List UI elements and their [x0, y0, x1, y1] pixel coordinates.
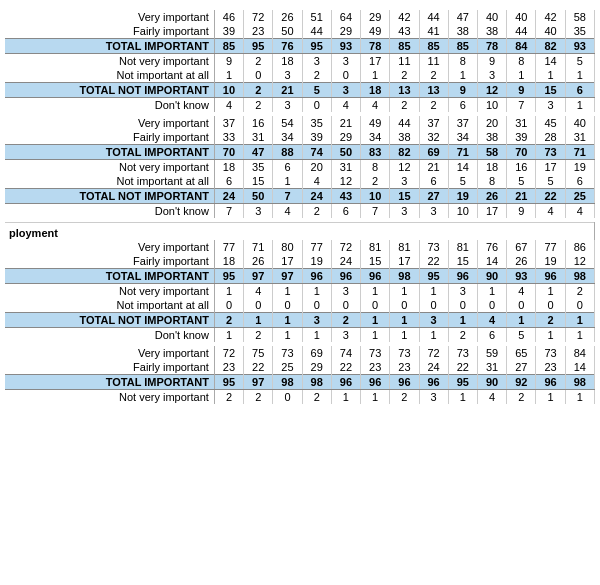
- table-cell: 73: [390, 346, 419, 360]
- table-cell: 23: [536, 360, 565, 375]
- table-cell: 23: [390, 360, 419, 375]
- table-cell: 0: [273, 298, 302, 313]
- row-label: Not important at all: [5, 298, 214, 313]
- table-cell: 29: [331, 24, 360, 39]
- table-cell: 19: [302, 254, 331, 269]
- table-cell: 23: [244, 24, 273, 39]
- table-cell: 1: [390, 312, 419, 327]
- table-cell: 29: [302, 360, 331, 375]
- table-cell: 4: [214, 98, 243, 113]
- table-cell: 1: [214, 327, 243, 342]
- table-cell: 78: [477, 39, 506, 54]
- table-cell: 90: [477, 268, 506, 283]
- table-cell: 95: [214, 374, 243, 389]
- table-cell: 3: [419, 204, 448, 219]
- table-cell: 67: [507, 240, 536, 254]
- table-cell: 3: [273, 68, 302, 83]
- table-cell: 26: [477, 189, 506, 204]
- table-cell: 73: [448, 346, 477, 360]
- table-cell: 49: [361, 116, 390, 130]
- table-cell: 2: [565, 283, 594, 298]
- table-cell: 18: [477, 160, 506, 175]
- table-cell: 35: [302, 116, 331, 130]
- table-cell: 17: [390, 254, 419, 269]
- table-cell: 1: [244, 312, 273, 327]
- table-cell: 0: [331, 68, 360, 83]
- table-cell: 4: [507, 283, 536, 298]
- table-cell: 96: [419, 374, 448, 389]
- table-cell: 90: [477, 374, 506, 389]
- table-cell: 2: [390, 68, 419, 83]
- table-cell: 6: [448, 98, 477, 113]
- table-cell: 70: [214, 145, 243, 160]
- table-cell: 95: [448, 374, 477, 389]
- table-cell: 71: [244, 240, 273, 254]
- row-label: Fairly important: [5, 254, 214, 269]
- table-cell: 11: [390, 54, 419, 69]
- table-cell: 10: [214, 83, 243, 98]
- table-cell: 1: [507, 312, 536, 327]
- table-cell: 6: [565, 174, 594, 189]
- table-cell: 20: [477, 116, 506, 130]
- table-cell: 4: [244, 283, 273, 298]
- table-cell: 95: [419, 268, 448, 283]
- table-cell: 13: [390, 83, 419, 98]
- table-cell: 15: [390, 189, 419, 204]
- table-cell: 3: [302, 312, 331, 327]
- table-cell: 54: [273, 116, 302, 130]
- table-cell: 35: [565, 24, 594, 39]
- table-cell: 15: [244, 174, 273, 189]
- table-cell: 37: [419, 116, 448, 130]
- table-cell: 13: [419, 83, 448, 98]
- table-cell: 1: [536, 68, 565, 83]
- table-cell: 80: [273, 240, 302, 254]
- table-cell: 4: [361, 98, 390, 113]
- table-cell: 1: [448, 312, 477, 327]
- table-cell: 96: [361, 268, 390, 283]
- table-cell: 98: [565, 374, 594, 389]
- table-cell: 17: [273, 254, 302, 269]
- table-cell: 3: [419, 389, 448, 404]
- table-cell: 3: [331, 283, 360, 298]
- table-cell: 64: [331, 10, 360, 24]
- table-cell: 21: [419, 160, 448, 175]
- table-cell: 14: [536, 54, 565, 69]
- table-cell: 50: [244, 189, 273, 204]
- table-cell: 44: [507, 24, 536, 39]
- table-cell: 14: [477, 254, 506, 269]
- table-cell: 5: [536, 174, 565, 189]
- table-cell: 12: [331, 174, 360, 189]
- table-cell: 72: [244, 10, 273, 24]
- table-cell: 1: [390, 327, 419, 342]
- table-cell: 34: [273, 130, 302, 145]
- table-cell: 8: [361, 160, 390, 175]
- table-cell: 77: [536, 240, 565, 254]
- table-cell: 23: [361, 360, 390, 375]
- table-cell: 2: [302, 204, 331, 219]
- table-cell: 75: [244, 346, 273, 360]
- table-cell: 8: [448, 54, 477, 69]
- table-cell: 78: [361, 39, 390, 54]
- table-cell: 0: [214, 298, 243, 313]
- table-cell: 1: [419, 327, 448, 342]
- table-cell: 34: [361, 130, 390, 145]
- table-cell: 18: [214, 160, 243, 175]
- table-cell: 1: [565, 389, 594, 404]
- table-cell: 40: [536, 24, 565, 39]
- table-cell: 37: [214, 116, 243, 130]
- row-label: Not very important: [5, 54, 214, 69]
- table-cell: 27: [507, 360, 536, 375]
- table-cell: 65: [507, 346, 536, 360]
- row-label: Don't know: [5, 327, 214, 342]
- table-cell: 93: [507, 268, 536, 283]
- table-cell: 31: [331, 160, 360, 175]
- table-cell: 2: [507, 389, 536, 404]
- table-cell: 22: [331, 360, 360, 375]
- table-cell: 11: [419, 54, 448, 69]
- row-label: Not important at all: [5, 68, 214, 83]
- row-label: Not very important: [5, 389, 214, 404]
- table-cell: 73: [273, 346, 302, 360]
- table-cell: 1: [361, 283, 390, 298]
- table-cell: 19: [448, 189, 477, 204]
- table-cell: 0: [448, 298, 477, 313]
